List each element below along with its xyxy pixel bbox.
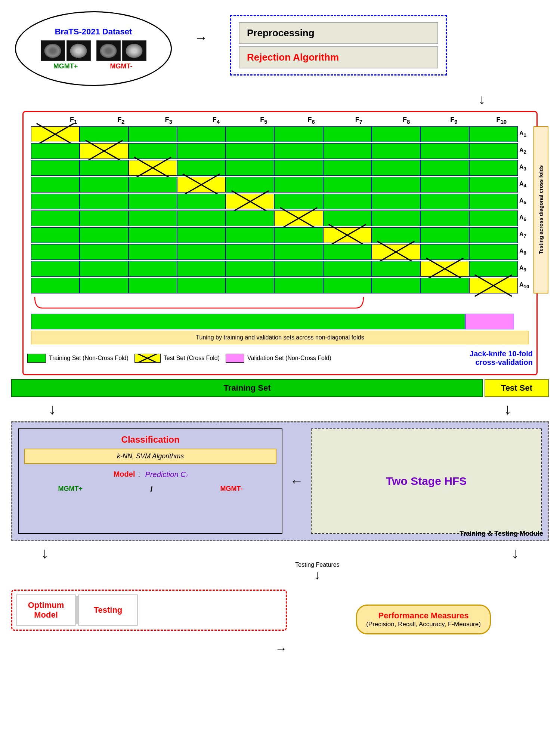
arrow-to-perf: → [275, 642, 287, 656]
fold-cell-2-7 [323, 143, 372, 159]
legend-test: Test Set (Cross Fold) [134, 354, 220, 363]
test-bar-label: Test Set [501, 383, 532, 393]
brain-img-2 [66, 40, 91, 61]
mgmt-plus-group: MGMT+ [41, 40, 91, 70]
fold-cell-10-9 [420, 278, 469, 293]
fold-cell-9-3 [129, 261, 177, 277]
diagonal-label: Testing across diagonal cross folds [533, 126, 548, 293]
testing-inner: Testing [78, 594, 138, 626]
fold-cell-2-10 [469, 143, 518, 159]
optimum-model-text: OptimumModel [28, 600, 64, 619]
fold-row-6: A6 [27, 210, 533, 226]
fold-cell-3-2 [80, 160, 128, 176]
row-label-5: A5 [518, 197, 533, 205]
slash-label: / [150, 485, 152, 495]
tuning-text-container: Tuning by training and validation sets a… [31, 331, 529, 344]
fold-cell-3-5 [226, 160, 274, 176]
fold-cell-4-7 [323, 177, 372, 193]
fold-cell-9-1 [31, 261, 80, 277]
fold-cell-10-4 [177, 278, 226, 293]
fold-cell-1-10 [469, 126, 518, 142]
fold-row-8: A8 [27, 244, 533, 260]
fold-cell-1-4 [177, 126, 226, 142]
hfs-text: Two Stage HFS [386, 475, 467, 488]
rejection-label: Rejection Algorithm [247, 52, 339, 63]
fold-cell-8-5 [226, 244, 274, 260]
fold-cell-9-10 [469, 261, 518, 277]
fold-cell-4-8 [372, 177, 420, 193]
model-row: Model : Prediction Cᵢ [24, 470, 276, 479]
fold-cell-7-1 [31, 227, 80, 243]
arrows-from-module: ↓ ↓ [11, 545, 549, 562]
fold-cell-6-4 [177, 210, 226, 226]
arrow-down-container: ↓ [0, 92, 560, 107]
brain-imgs-row-minus [96, 40, 146, 61]
fold-cell-9-5 [226, 261, 274, 277]
arrow-to-preprocessing: → [194, 30, 208, 46]
mgmt-output-row: MGMT+ / MGMT- [24, 485, 276, 495]
row-label-7: A7 [518, 231, 533, 239]
testing-features-label: Testing Features [295, 562, 339, 568]
fold-cell-4-10 [469, 177, 518, 193]
brain-img-1 [41, 40, 65, 61]
legend-training-box [27, 354, 46, 363]
fold-cell-5-6 [274, 194, 323, 209]
fold-cell-10-8 [372, 278, 420, 293]
classification-title: Classification [24, 434, 276, 445]
fold-cell-7-9 [420, 227, 469, 243]
model-label: Model [114, 470, 135, 479]
mgmt-minus-label: MGMT- [110, 62, 133, 70]
row-label-8: A8 [518, 248, 533, 256]
fold-cell-8-2 [80, 244, 128, 260]
fold-cell-7-7 [323, 227, 372, 243]
fold-cell-1-9 [420, 126, 469, 142]
fold-cell-10-5 [226, 278, 274, 293]
fold-cell-6-9 [420, 210, 469, 226]
fold-cell-3-8 [372, 160, 420, 176]
fold-cell-10-1 [31, 278, 80, 293]
fold-cell-4-1 [31, 177, 80, 193]
preprocessing-label: Preprocessing [247, 27, 315, 39]
fold-cell-10-2 [80, 278, 128, 293]
fold-header-3: F3 [145, 116, 192, 125]
fold-cell-2-5 [226, 143, 274, 159]
fold-cell-10-10 [469, 278, 518, 293]
arrow-to-perf-container: → [11, 642, 287, 656]
fold-cell-5-5 [226, 194, 274, 209]
module-label: Training & Testing Module [460, 530, 543, 538]
testing-features-arrow: ↓ [315, 568, 321, 582]
row-label-10: A10 [518, 282, 533, 289]
fold-cell-5-10 [469, 194, 518, 209]
fold-header-6: F6 [287, 116, 335, 125]
fold-cell-2-2 [80, 143, 128, 159]
fold-cell-7-3 [129, 227, 177, 243]
bottom-section: OptimumModel Testing → Performance Measu… [11, 590, 549, 656]
fold-cell-3-6 [274, 160, 323, 176]
training-bar-label: Training Set [224, 383, 271, 393]
top-section: BraTS-2021 Dataset MGMT+ MGMT- → Prepro [0, 0, 560, 90]
test-bar: Test Set [485, 379, 549, 397]
fold-cell-4-5 [226, 177, 274, 193]
fold-cell-8-10 [469, 244, 518, 260]
preprocessing-box: Preprocessing Rejection Algorithm [230, 15, 447, 76]
dataset-title: BraTS-2021 Dataset [55, 27, 132, 37]
fold-cell-8-6 [274, 244, 323, 260]
fold-row-10: A10 [27, 278, 533, 293]
legend-validation: Validation Set (Non-Cross Fold) [226, 354, 331, 363]
fold-cell-3-3 [129, 160, 177, 176]
tuning-bar-row [27, 314, 533, 329]
preprocessing-item: Preprocessing [239, 22, 438, 44]
row-label-6: A6 [518, 214, 533, 222]
fold-cell-6-5 [226, 210, 274, 226]
mgmt-plus-label: MGMT+ [53, 62, 78, 70]
fold-cell-3-9 [420, 160, 469, 176]
fold-cell-5-3 [129, 194, 177, 209]
rejection-item: Rejection Algorithm [239, 46, 438, 68]
fold-cell-7-2 [80, 227, 128, 243]
arrow-down-classification: ↓ [41, 545, 49, 562]
fold-cell-1-3 [129, 126, 177, 142]
fold-cell-3-10 [469, 160, 518, 176]
fold-cell-6-6 [274, 210, 323, 226]
fold-cell-6-7 [323, 210, 372, 226]
fold-cell-2-3 [129, 143, 177, 159]
